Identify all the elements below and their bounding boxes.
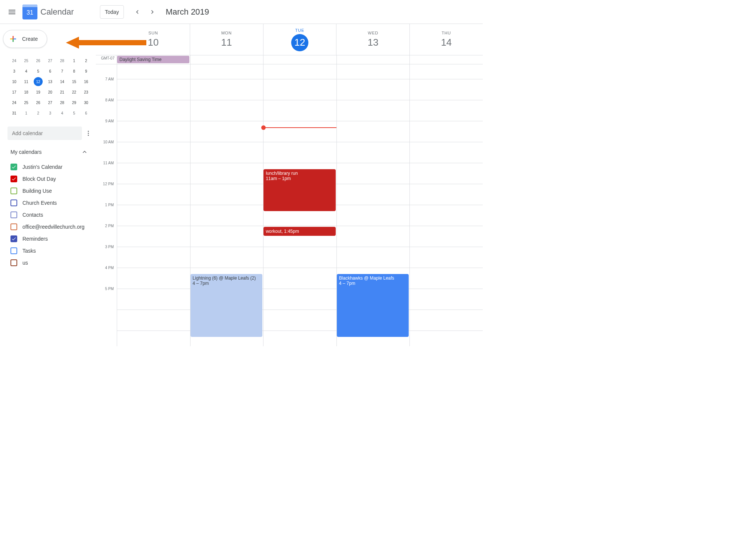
mini-calendar-day[interactable]: 25 [20, 55, 32, 66]
calendar-checkbox[interactable] [10, 200, 17, 206]
mini-calendar-day[interactable]: 6 [44, 66, 56, 76]
day-column[interactable]: Lightning (6) @ Maple Leafs (2)4 – 7pm [190, 64, 263, 346]
mini-calendar-day[interactable]: 31 [8, 108, 20, 118]
allday-cell[interactable] [336, 55, 410, 64]
mini-calendar-day[interactable]: 13 [44, 76, 56, 87]
mini-calendar-day[interactable]: 24 [8, 55, 20, 66]
mini-calendar-day[interactable]: 3 [8, 66, 20, 76]
day-column[interactable] [409, 64, 483, 346]
calendar-label: Tasks [22, 248, 36, 254]
calendar-event[interactable]: workout, 1:45pm [263, 227, 336, 236]
mini-calendar-day[interactable]: 12 [34, 77, 43, 86]
mini-calendar-day[interactable]: 29 [68, 97, 80, 108]
calendar-list-item[interactable]: office@reedvillechurch.org [10, 221, 88, 233]
allday-cell[interactable] [409, 55, 483, 64]
mini-calendar-day[interactable]: 16 [80, 76, 92, 87]
mini-calendar-day[interactable]: 27 [44, 55, 56, 66]
day-header[interactable]: MON11 [190, 24, 263, 55]
mini-calendar-day[interactable]: 6 [80, 108, 92, 118]
calendar-list-item[interactable]: Block Out Day [10, 173, 88, 185]
calendar-list-item[interactable]: Church Events [10, 197, 88, 209]
mini-calendar-day[interactable]: 10 [8, 76, 20, 87]
day-column[interactable]: Blackhawks @ Maple Leafs4 – 7pm [336, 64, 410, 346]
mini-calendar-day[interactable]: 23 [80, 87, 92, 97]
my-calendars-toggle[interactable]: My calendars [10, 146, 88, 158]
calendar-checkbox[interactable] [10, 247, 17, 254]
mini-calendar-day[interactable]: 9 [80, 66, 92, 76]
calendar-list-item[interactable]: Contacts [10, 209, 88, 221]
calendar-checkbox[interactable] [10, 223, 17, 230]
create-button[interactable]: Create [3, 30, 47, 48]
calendar-checkbox[interactable] [10, 211, 17, 218]
mini-calendar-day[interactable]: 5 [32, 66, 44, 76]
mini-calendar-day[interactable]: 1 [20, 108, 32, 118]
calendar-checkbox[interactable] [10, 164, 17, 170]
mini-calendar-day[interactable]: 22 [68, 87, 80, 97]
hour-label: 1 PM [96, 203, 117, 224]
mini-calendar-day[interactable]: 25 [20, 97, 32, 108]
mini-calendar-day[interactable]: 26 [32, 97, 44, 108]
mini-calendar-day[interactable]: 28 [56, 55, 68, 66]
main-menu-button[interactable] [3, 3, 21, 21]
create-button-label: Create [22, 36, 38, 42]
mini-calendar-day[interactable]: 20 [44, 87, 56, 97]
day-column[interactable]: lunch/library run11am – 1pmworkout, 1:45… [263, 64, 336, 346]
allday-cell[interactable] [190, 55, 263, 64]
mini-calendar-day[interactable]: 21 [56, 87, 68, 97]
check-icon [11, 236, 16, 241]
calendar-list-item[interactable]: Reminders [10, 233, 88, 245]
calendar-list-item[interactable]: us [10, 257, 88, 269]
mini-calendar-day[interactable]: 18 [20, 87, 32, 97]
day-header[interactable]: THU14 [409, 24, 483, 55]
check-icon [11, 176, 16, 182]
calendar-checkbox[interactable] [10, 176, 17, 182]
add-calendar-row [4, 127, 91, 140]
calendar-event[interactable]: lunch/library run11am – 1pm [263, 169, 336, 211]
day-header[interactable]: SUN10 [117, 24, 190, 55]
mini-calendar-day[interactable]: 1 [68, 55, 80, 66]
day-header[interactable]: TUE12 [263, 24, 336, 55]
mini-calendar-day[interactable]: 30 [80, 97, 92, 108]
allday-event[interactable]: Daylight Saving Time [117, 56, 189, 63]
calendar-list-item[interactable]: Justin's Calendar [10, 161, 88, 173]
mini-calendar-day[interactable]: 5 [68, 108, 80, 118]
add-calendar-more-button[interactable] [85, 129, 92, 138]
mini-calendar-day[interactable]: 8 [68, 66, 80, 76]
mini-calendar-day[interactable]: 3 [44, 108, 56, 118]
allday-cell[interactable] [263, 55, 336, 64]
next-period-button[interactable] [146, 6, 158, 18]
calendar-list-item[interactable]: Tasks [10, 245, 88, 257]
mini-calendar-day[interactable]: 2 [80, 55, 92, 66]
calendar-event[interactable]: Blackhawks @ Maple Leafs4 – 7pm [337, 274, 409, 337]
prev-period-button[interactable] [131, 6, 143, 18]
mini-calendar-day[interactable]: 19 [32, 87, 44, 97]
mini-calendar-day[interactable]: 15 [68, 76, 80, 87]
day-number: 10 [148, 37, 159, 48]
hour-label: 3 PM [96, 245, 117, 266]
calendar-checkbox[interactable] [10, 235, 17, 242]
mini-calendar-day[interactable]: 28 [56, 97, 68, 108]
today-button[interactable]: Today [100, 5, 124, 19]
day-number: 14 [441, 37, 452, 48]
mini-calendar-day[interactable]: 4 [20, 66, 32, 76]
mini-calendar-day[interactable]: 17 [8, 87, 20, 97]
day-header[interactable]: WED13 [336, 24, 409, 55]
mini-calendar-day[interactable]: 26 [32, 55, 44, 66]
mini-calendar-day[interactable]: 27 [44, 97, 56, 108]
allday-cell[interactable]: Daylight Saving Time [117, 55, 190, 64]
mini-calendar-day[interactable]: 11 [20, 76, 32, 87]
mini-calendar-day[interactable]: 14 [56, 76, 68, 87]
calendar-checkbox[interactable] [10, 259, 17, 266]
day-column[interactable] [117, 64, 190, 346]
mini-calendar-day[interactable]: 2 [32, 108, 44, 118]
calendar-checkbox[interactable] [10, 188, 17, 194]
my-calendars-label: My calendars [10, 149, 42, 155]
chevron-up-icon [81, 148, 88, 156]
mini-calendar[interactable]: 2425262728123456789101112131415161718192… [0, 55, 96, 122]
mini-calendar-day[interactable]: 4 [56, 108, 68, 118]
mini-calendar-day[interactable]: 24 [8, 97, 20, 108]
calendar-event[interactable]: Lightning (6) @ Maple Leafs (2)4 – 7pm [190, 274, 263, 337]
calendar-list-item[interactable]: Building Use [10, 185, 88, 197]
mini-calendar-day[interactable]: 7 [56, 66, 68, 76]
add-calendar-input[interactable] [7, 127, 82, 140]
